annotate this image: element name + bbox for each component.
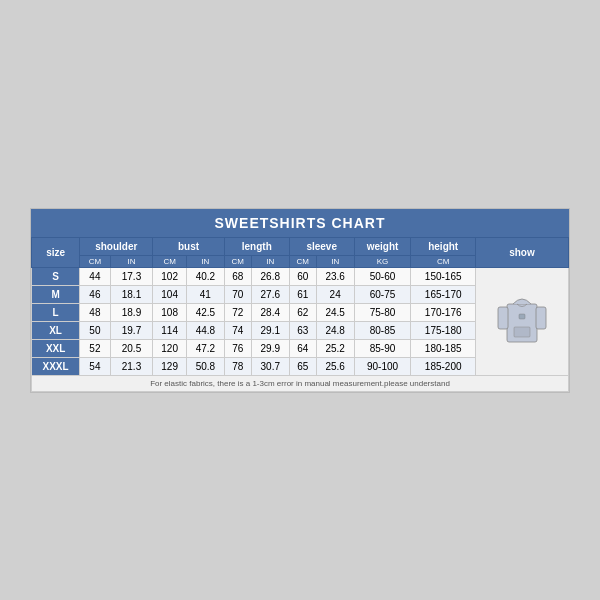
svg-rect-4 — [519, 314, 525, 319]
sleeve-header: sleeve — [289, 237, 354, 255]
shoulder-cm-cell: 50 — [80, 321, 110, 339]
svg-rect-2 — [536, 307, 546, 329]
size-cell: XXL — [32, 339, 80, 357]
weight-kg-sub: KG — [354, 255, 411, 267]
bust-cm-cell: 120 — [153, 339, 187, 357]
height-cell: 180-185 — [411, 339, 476, 357]
shoulder-cm-cell: 48 — [80, 303, 110, 321]
bust-in-cell: 41 — [186, 285, 224, 303]
length-in-cell: 29.9 — [251, 339, 289, 357]
size-cell: L — [32, 303, 80, 321]
length-in-cell: 28.4 — [251, 303, 289, 321]
show-header: show — [475, 237, 568, 267]
bust-header: bust — [153, 237, 224, 255]
sleeve-cm-cell: 64 — [289, 339, 316, 357]
weight-cell: 90-100 — [354, 357, 411, 375]
shoulder-in-sub: IN — [110, 255, 153, 267]
size-cell: XXXL — [32, 357, 80, 375]
shoulder-cm-cell: 44 — [80, 267, 110, 285]
shoulder-cm-cell: 46 — [80, 285, 110, 303]
garment-image-cell — [475, 267, 568, 375]
sleeve-in-sub: IN — [316, 255, 354, 267]
height-cell: 150-165 — [411, 267, 476, 285]
size-cell: S — [32, 267, 80, 285]
bust-in-cell: 40.2 — [186, 267, 224, 285]
height-cell: 185-200 — [411, 357, 476, 375]
shoulder-in-cell: 19.7 — [110, 321, 153, 339]
size-chart-table: size shoulder bust length sleeve weight … — [31, 237, 569, 392]
height-cell: 165-170 — [411, 285, 476, 303]
length-cm-cell: 78 — [224, 357, 251, 375]
sleeve-in-cell: 23.6 — [316, 267, 354, 285]
bust-cm-cell: 114 — [153, 321, 187, 339]
bust-in-cell: 42.5 — [186, 303, 224, 321]
bust-cm-sub: CM — [153, 255, 187, 267]
sleeve-in-cell: 24.5 — [316, 303, 354, 321]
length-cm-cell: 72 — [224, 303, 251, 321]
height-cell: 170-176 — [411, 303, 476, 321]
bust-in-cell: 50.8 — [186, 357, 224, 375]
height-header: height — [411, 237, 476, 255]
bust-in-sub: IN — [186, 255, 224, 267]
shoulder-in-cell: 20.5 — [110, 339, 153, 357]
weight-cell: 85-90 — [354, 339, 411, 357]
sleeve-cm-cell: 61 — [289, 285, 316, 303]
length-cm-cell: 70 — [224, 285, 251, 303]
sleeve-in-cell: 24.8 — [316, 321, 354, 339]
height-cm-sub: CM — [411, 255, 476, 267]
bust-cm-cell: 102 — [153, 267, 187, 285]
svg-rect-3 — [514, 327, 530, 337]
size-cell: XL — [32, 321, 80, 339]
weight-header: weight — [354, 237, 411, 255]
length-header: length — [224, 237, 289, 255]
bust-in-cell: 47.2 — [186, 339, 224, 357]
shoulder-in-cell: 18.9 — [110, 303, 153, 321]
note-row: For elastic fabrics, there is a 1-3cm er… — [32, 375, 569, 391]
chart-container: SWEETSHIRTS CHART size shoulder bust len… — [30, 208, 570, 393]
shoulder-in-cell: 21.3 — [110, 357, 153, 375]
length-cm-cell: 74 — [224, 321, 251, 339]
shoulder-cm-cell: 52 — [80, 339, 110, 357]
weight-cell: 75-80 — [354, 303, 411, 321]
length-cm-cell: 68 — [224, 267, 251, 285]
shoulder-cm-cell: 54 — [80, 357, 110, 375]
sleeve-cm-cell: 65 — [289, 357, 316, 375]
sleeve-in-cell: 25.6 — [316, 357, 354, 375]
header-row: size shoulder bust length sleeve weight … — [32, 237, 569, 255]
bust-cm-cell: 104 — [153, 285, 187, 303]
weight-cell: 50-60 — [354, 267, 411, 285]
bust-cm-cell: 108 — [153, 303, 187, 321]
length-in-cell: 27.6 — [251, 285, 289, 303]
bust-in-cell: 44.8 — [186, 321, 224, 339]
length-in-sub: IN — [251, 255, 289, 267]
weight-cell: 80-85 — [354, 321, 411, 339]
note-text: For elastic fabrics, there is a 1-3cm er… — [32, 375, 569, 391]
length-in-cell: 26.8 — [251, 267, 289, 285]
shoulder-in-cell: 17.3 — [110, 267, 153, 285]
weight-cell: 60-75 — [354, 285, 411, 303]
chart-title: SWEETSHIRTS CHART — [31, 209, 569, 237]
height-cell: 175-180 — [411, 321, 476, 339]
length-cm-sub: CM — [224, 255, 251, 267]
sleeve-cm-sub: CM — [289, 255, 316, 267]
sleeve-cm-cell: 63 — [289, 321, 316, 339]
length-in-cell: 29.1 — [251, 321, 289, 339]
length-cm-cell: 76 — [224, 339, 251, 357]
shoulder-in-cell: 18.1 — [110, 285, 153, 303]
sleeve-in-cell: 25.2 — [316, 339, 354, 357]
sleeve-cm-cell: 60 — [289, 267, 316, 285]
sleeve-in-cell: 24 — [316, 285, 354, 303]
size-header: size — [32, 237, 80, 267]
shoulder-header: shoulder — [80, 237, 153, 255]
bust-cm-cell: 129 — [153, 357, 187, 375]
garment-image — [494, 286, 549, 356]
size-cell: M — [32, 285, 80, 303]
sleeve-cm-cell: 62 — [289, 303, 316, 321]
table-row: S 44 17.3 102 40.2 68 26.8 60 23.6 50-60… — [32, 267, 569, 285]
svg-rect-1 — [498, 307, 508, 329]
shoulder-cm-sub: CM — [80, 255, 110, 267]
length-in-cell: 30.7 — [251, 357, 289, 375]
